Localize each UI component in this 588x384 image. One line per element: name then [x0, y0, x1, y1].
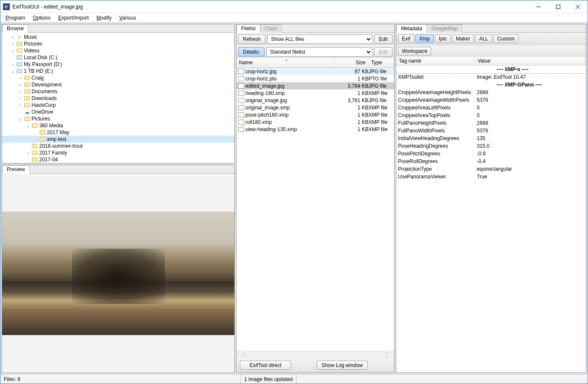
- metadata-row[interactable]: CroppedAreaImageWidthPixels5376: [396, 96, 586, 104]
- minimize-button[interactable]: [529, 0, 548, 13]
- tree-item[interactable]: ›Development: [2, 81, 234, 88]
- expand-arrow-icon[interactable]: ›: [17, 76, 23, 80]
- exiftool-direct-button[interactable]: ExifTool direct: [240, 361, 291, 370]
- metadata-row[interactable]: ---- XMP-GPano ----: [396, 81, 586, 89]
- tab-browse[interactable]: Browse: [2, 24, 29, 33]
- meta-custom-button[interactable]: Custom: [493, 34, 519, 43]
- expand-arrow-icon[interactable]: ⌄: [10, 69, 16, 74]
- metadata-row[interactable]: UsePanoramaViewerTrue: [396, 173, 586, 181]
- expand-arrow-icon[interactable]: ›: [10, 35, 16, 40]
- show-log-button[interactable]: Show Log window: [317, 361, 368, 370]
- filter-combo[interactable]: Show ALL files: [267, 34, 372, 44]
- close-button[interactable]: [568, 0, 588, 13]
- metadata-rows[interactable]: ---- XMP-x ----XMPToolkitImage::ExifTool…: [396, 66, 586, 373]
- metadata-row[interactable]: CroppedAreaImageHeightPixels2688: [396, 89, 586, 96]
- file-row[interactable]: edited_image.jpg3,784 KBJPG file: [236, 82, 394, 89]
- expand-arrow-icon[interactable]: ›: [10, 42, 16, 46]
- tag-name: FullPanoHeightPixels: [396, 120, 475, 126]
- tree-item-label: 2017-04: [39, 157, 58, 163]
- menu-export[interactable]: Export/Import: [55, 14, 92, 22]
- tree-item[interactable]: 2016-summer-trout: [2, 143, 234, 149]
- tree-item[interactable]: ›Videos: [2, 47, 234, 54]
- metadata-row[interactable]: CroppedAreaLeftPixels0: [396, 104, 586, 112]
- edit-view-button: Edit: [374, 47, 392, 57]
- tree-item[interactable]: ›Pictures: [2, 40, 234, 47]
- filelist-panel: Filelist Chart Refresh Show ALL files Ed…: [236, 24, 395, 373]
- tree-item[interactable]: ☁OneDrive: [2, 109, 234, 115]
- expand-arrow-icon[interactable]: ›: [17, 96, 23, 101]
- metadata-row[interactable]: CroppedAreaTopPixels0: [396, 112, 586, 119]
- tree-item[interactable]: ›HashiCorp: [2, 102, 234, 109]
- maximize-button[interactable]: [548, 0, 568, 13]
- col-size[interactable]: Size: [334, 58, 369, 67]
- tree-item[interactable]: Local Disk (C:): [2, 54, 234, 61]
- file-row[interactable]: view-heading-135.xmp1 KBXMP file: [236, 126, 394, 133]
- tab-filelist[interactable]: Filelist: [236, 24, 260, 33]
- file-row[interactable]: roll180.xmp1 KBXMP file: [236, 118, 394, 126]
- tree-item[interactable]: ›Documents: [2, 88, 234, 95]
- tree-item[interactable]: ›My Passport (D:): [2, 61, 234, 68]
- edit-filter-button[interactable]: Edit: [374, 34, 392, 44]
- metadata-row[interactable]: FullPanoWidthPixels5376: [396, 127, 586, 135]
- tree-item[interactable]: ⌄1 TB HD (E:): [2, 68, 234, 75]
- meta-all-button[interactable]: ALL: [475, 34, 492, 43]
- tree-item[interactable]: 2017 May: [2, 129, 234, 136]
- workspace-button[interactable]: Workspace: [398, 47, 431, 55]
- menu-program[interactable]: Program: [2, 14, 29, 22]
- folder-tree[interactable]: ›♪Music›Pictures›VideosLocal Disk (C:)›M…: [2, 33, 234, 163]
- col-type[interactable]: Type: [369, 58, 394, 67]
- tree-item[interactable]: ⌄360 Media: [2, 122, 234, 129]
- metadata-row[interactable]: ProjectionTypeequirectangular: [396, 165, 586, 173]
- refresh-button[interactable]: Refresh: [238, 34, 265, 44]
- meta-iptc-button[interactable]: Iptc: [435, 34, 451, 43]
- menu-options[interactable]: Options: [29, 14, 54, 22]
- file-row[interactable]: heading-180.xmp1 KBXMP file: [236, 89, 394, 97]
- tree-item-label: xmp test: [47, 136, 66, 142]
- col-name[interactable]: Name▴: [236, 58, 334, 67]
- metadata-row[interactable]: FullPanoHeightPixels2688: [396, 119, 586, 127]
- tag-value: True: [475, 174, 586, 180]
- metadata-row[interactable]: InitialViewHeadingDegrees135: [396, 135, 586, 142]
- meta-exif-button[interactable]: Exif: [398, 34, 414, 43]
- tab-googlemap[interactable]: GoogleMap: [427, 24, 462, 33]
- file-row[interactable]: crop-horiz.jpg87 KBJPG file: [236, 68, 394, 75]
- tree-item[interactable]: ›2017 Family: [2, 149, 234, 156]
- metadata-row[interactable]: XMPToolkitImage::ExifTool 10.47: [396, 73, 586, 81]
- expand-arrow-icon[interactable]: ›: [10, 62, 16, 67]
- expand-arrow-icon[interactable]: ⌄: [17, 117, 23, 121]
- file-rows[interactable]: crop-horiz.jpg87 KBJPG filecrop-horiz.pt…: [236, 68, 394, 351]
- tree-item[interactable]: ›Craig: [2, 75, 234, 81]
- expand-arrow-icon[interactable]: ›: [10, 49, 16, 53]
- tab-preview[interactable]: Preview: [2, 165, 30, 174]
- meta-maker-button[interactable]: Maker: [452, 34, 474, 43]
- tree-item[interactable]: ›♪Music: [2, 34, 234, 40]
- tree-item[interactable]: ⌄Pictures: [2, 115, 234, 122]
- tab-metadata[interactable]: Metadata: [396, 24, 427, 33]
- view-combo[interactable]: Standard filelist: [266, 47, 372, 57]
- metadata-row[interactable]: PoseRollDegrees-0.4: [396, 158, 586, 165]
- tree-item[interactable]: 2017-04: [2, 156, 234, 163]
- meta-xmp-button[interactable]: Xmp: [415, 34, 434, 43]
- metadata-row[interactable]: PosePitchDegrees-0.9: [396, 150, 586, 158]
- col-tagname[interactable]: Tag name: [396, 57, 475, 65]
- expand-arrow-icon[interactable]: ›: [17, 83, 23, 87]
- details-button[interactable]: Details:: [238, 47, 265, 57]
- expand-arrow-icon[interactable]: ›: [17, 103, 23, 108]
- file-row[interactable]: pose-pitch180.xmp1 KBXMP file: [236, 111, 394, 118]
- file-row[interactable]: crop-horiz.pto1 KBPTO file: [236, 75, 394, 82]
- expand-arrow-icon[interactable]: ›: [25, 151, 31, 155]
- expand-arrow-icon[interactable]: ⌄: [25, 123, 31, 128]
- tree-item[interactable]: xmp test: [2, 136, 234, 143]
- horizontal-scrollbar[interactable]: [236, 351, 394, 358]
- expand-arrow-icon[interactable]: ›: [17, 89, 23, 94]
- menu-modify[interactable]: Modify: [93, 14, 115, 22]
- file-name: original_image.xmp: [245, 105, 290, 111]
- file-row[interactable]: original_image.xmp1 KBXMP file: [236, 104, 394, 111]
- metadata-row[interactable]: PoseHeadingDegrees315.0: [396, 142, 586, 150]
- metadata-row[interactable]: ---- XMP-x ----: [396, 66, 586, 73]
- menu-various[interactable]: Various: [116, 14, 140, 22]
- file-row[interactable]: original_image.jpg3,781 KBJPG file: [236, 97, 394, 104]
- tab-chart[interactable]: Chart: [260, 24, 282, 33]
- tree-item[interactable]: ›Downloads: [2, 95, 234, 102]
- col-value[interactable]: Value: [475, 57, 586, 65]
